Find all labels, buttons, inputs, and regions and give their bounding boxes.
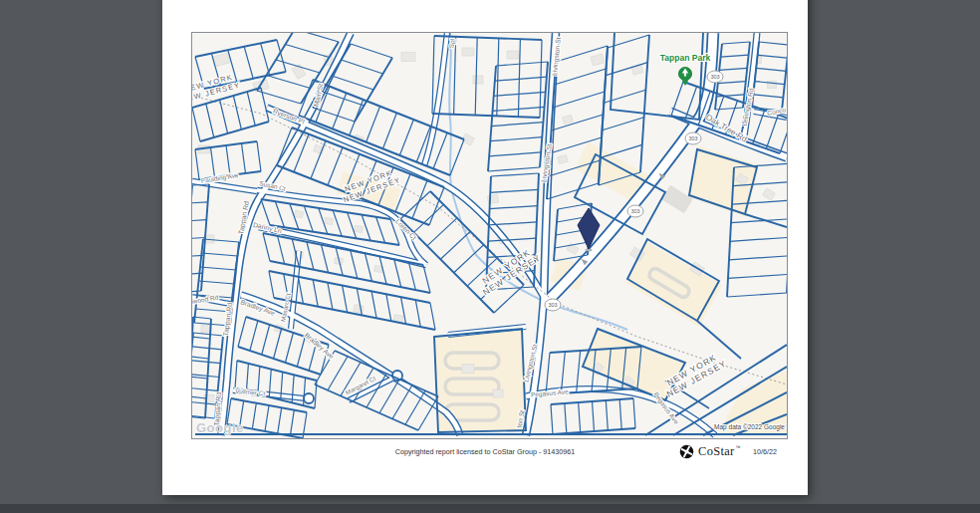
costar-logo: CoStar ™ <box>679 443 741 459</box>
map-attribution: Map data ©2022 Google <box>714 423 785 431</box>
park-label: Tappan Park <box>660 53 711 63</box>
park-poi: Tappan Park <box>660 53 711 86</box>
route-shield-303: 303 <box>548 302 557 308</box>
pdf-viewer-background: Main St Ryerson Pl Tappan Rd Tappan Rd T… <box>0 0 980 513</box>
costar-logo-text: CoStar <box>698 444 735 459</box>
route-shield-303: 303 <box>688 135 697 141</box>
parcel-map: Main St Ryerson Pl Tappan Rd Tappan Rd T… <box>192 33 787 438</box>
street-label: Vollmer Ct <box>235 387 266 397</box>
report-date: 10/6/22 <box>753 447 777 456</box>
costar-logo-icon <box>679 444 694 459</box>
route-shield-303: 303 <box>630 208 639 214</box>
tree-icon <box>678 67 691 86</box>
google-logo: Google <box>196 420 244 435</box>
viewer-bottom-strip <box>0 504 980 513</box>
report-page: Main St Ryerson Pl Tappan Rd Tappan Rd T… <box>162 0 808 495</box>
map-frame: Main St Ryerson Pl Tappan Rd Tappan Rd T… <box>191 32 788 439</box>
route-shield-303: 303 <box>710 74 719 80</box>
costar-trademark: ™ <box>736 444 741 450</box>
